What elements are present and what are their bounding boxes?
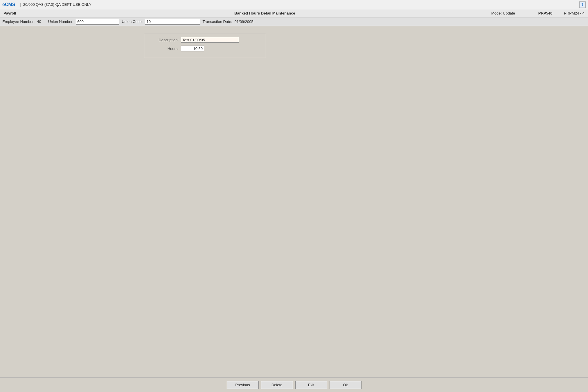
hours-row: Hours: xyxy=(149,46,261,51)
description-input[interactable] xyxy=(181,37,239,43)
hours-input[interactable] xyxy=(181,46,204,51)
fields-bar: Employee Number: 40 Union Number: Union … xyxy=(0,17,588,26)
mode-value: Update xyxy=(503,11,515,15)
title-bar: Payroll Banked Hours Detail Maintenance … xyxy=(0,9,588,17)
content-area: Description: Hours: xyxy=(0,26,588,392)
program-id: PRP540 xyxy=(538,11,552,15)
employee-number-label: Employee Number: xyxy=(2,19,35,24)
mode-label: Mode: xyxy=(491,11,502,15)
previous-button[interactable]: Previous xyxy=(227,381,259,389)
description-row: Description: xyxy=(149,37,261,43)
union-number-label: Union Number: xyxy=(48,19,73,24)
hours-label: Hours: xyxy=(149,46,181,51)
union-code-label: Union Code: xyxy=(122,19,143,24)
ok-button[interactable]: Ok xyxy=(330,381,362,389)
form-panel: Description: Hours: xyxy=(144,33,266,58)
union-number-input[interactable] xyxy=(76,19,119,25)
top-bar-separator: | xyxy=(20,2,21,7)
exit-button[interactable]: Exit xyxy=(295,381,327,389)
description-label: Description: xyxy=(149,38,181,42)
top-bar-info: 20/000 QA8 (37.0) QA DEPT USE ONLY xyxy=(23,2,91,7)
ecms-logo: eCMS xyxy=(2,2,15,7)
module-name: Payroll xyxy=(3,11,38,15)
page-title: Banked Hours Detail Maintenance xyxy=(38,11,491,15)
transaction-date-value: 01/09/2005 xyxy=(235,19,253,24)
bottom-bar: Previous Delete Exit Ok xyxy=(0,377,588,392)
delete-button[interactable]: Delete xyxy=(261,381,293,389)
mode-section: Mode: Update xyxy=(491,11,515,15)
transaction-date-label: Transaction Date: xyxy=(202,19,232,24)
help-button[interactable]: ? xyxy=(579,1,586,8)
union-code-input[interactable] xyxy=(145,19,200,25)
prpm-id: PRPM24 - 4 xyxy=(564,11,585,15)
top-bar: eCMS | 20/000 QA8 (37.0) QA DEPT USE ONL… xyxy=(0,0,588,9)
employee-number-value: 40 xyxy=(37,19,41,24)
